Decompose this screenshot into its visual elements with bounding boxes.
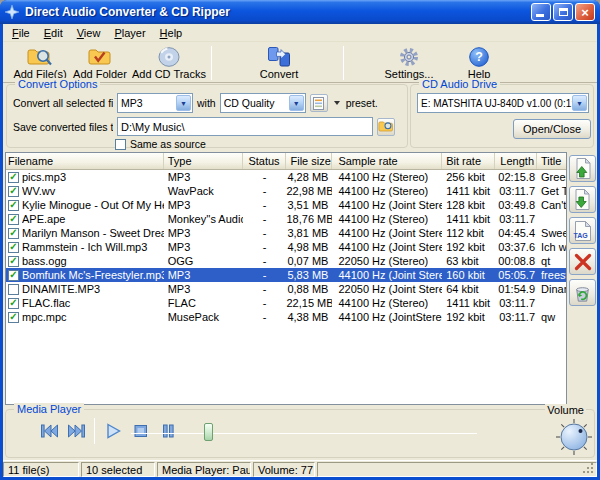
col-sample-rate[interactable]: Sample rate: [332, 153, 442, 169]
output-format-combo[interactable]: MP3 ▼: [117, 93, 193, 113]
table-row[interactable]: APE.ape Monkey''s Audio - 18,76 MB 44100…: [6, 212, 566, 226]
move-up-button[interactable]: [569, 155, 596, 182]
col-length[interactable]: Length: [495, 153, 537, 169]
menu-player[interactable]: Player: [107, 26, 152, 40]
resize-grip[interactable]: [582, 462, 595, 475]
close-button[interactable]: ×: [575, 3, 595, 21]
clear-list-button[interactable]: [569, 279, 596, 306]
type-cell: MP3: [164, 283, 243, 295]
table-row[interactable]: Bomfunk Mc's-Freestyler.mp3 MP3 - 5,83 M…: [6, 268, 566, 282]
tag-editor-button[interactable]: TAG: [569, 217, 596, 244]
sample-rate-cell: 44100 Hz (Joint Stereo): [332, 227, 442, 239]
convert-button[interactable]: Convert: [249, 45, 309, 81]
length-cell: 03:37.6: [495, 241, 537, 253]
file-checkbox[interactable]: [8, 214, 19, 225]
menu-help[interactable]: Help: [153, 26, 190, 40]
bit-rate-cell: 1411 kbit: [442, 297, 495, 309]
file-checkbox[interactable]: [8, 298, 19, 309]
table-row[interactable]: bass.ogg OGG - 0,07 MB 22050 Hz (Stereo)…: [6, 254, 566, 268]
maximize-button[interactable]: [553, 3, 573, 21]
preset-dropdown-caret-icon[interactable]: [334, 101, 340, 105]
add-cd-tracks-button[interactable]: Add CD Tracks: [129, 45, 209, 81]
minimize-button[interactable]: [531, 3, 551, 21]
volume-knob[interactable]: [555, 418, 593, 458]
save-path-input[interactable]: [117, 117, 373, 136]
preset-settings-button[interactable]: [310, 94, 328, 112]
cd-audio-drive-group: CD Audio Drive E: MATSHITA UJ-840D v1.00…: [410, 84, 594, 148]
table-row[interactable]: DINAMITE.MP3 MP3 - 0,88 MB 22050 Hz (Joi…: [6, 282, 566, 296]
table-row[interactable]: mpc.mpc MusePack - 4,38 MB 44100 Hz (Joi…: [6, 310, 566, 324]
convert-format-row: Convert all selected files to MP3 ▼ with…: [13, 93, 405, 113]
remove-button[interactable]: [569, 248, 596, 275]
col-bit-rate[interactable]: Bit rate: [442, 153, 495, 169]
browse-folder-button[interactable]: [377, 118, 395, 136]
cd-drive-combo[interactable]: E: MATSHITA UJ-840D v1.00 (0:1:0) ▼: [417, 93, 589, 113]
file-checkbox[interactable]: [8, 186, 19, 197]
length-cell: 01:54.9: [495, 283, 537, 295]
length-cell: 05:05.7: [495, 269, 537, 281]
table-row[interactable]: Kylie Minogue - Out Of My Head.mp3 MP3 -…: [6, 198, 566, 212]
title-cell: freest: [537, 269, 566, 281]
next-track-button[interactable]: [66, 422, 88, 440]
file-size-cell: 22,98 MB: [286, 185, 332, 197]
filename-cell: Marilyn Manson - Sweet Dreams.mp3: [6, 227, 164, 239]
file-checkbox[interactable]: [8, 172, 19, 183]
table-row[interactable]: pics.mp3 MP3 - 4,28 MB 44100 Hz (Stereo)…: [6, 170, 566, 184]
table-row[interactable]: Rammstein - Ich Will.mp3 MP3 - 4,98 MB 4…: [6, 240, 566, 254]
play-button[interactable]: [102, 422, 124, 440]
file-checkbox[interactable]: [8, 312, 19, 323]
filename-cell: WV.wv: [6, 185, 164, 197]
pause-button[interactable]: [157, 422, 179, 440]
length-cell: 03:11.7: [495, 213, 537, 225]
col-filename[interactable]: Filename: [6, 153, 164, 169]
preset-list-icon: [313, 97, 324, 110]
bit-rate-cell: 160 kbit: [442, 269, 495, 281]
add-folder-button[interactable]: Add Folder: [71, 45, 129, 81]
file-checkbox[interactable]: [8, 228, 19, 239]
quality-preset-value: CD Quality: [224, 97, 275, 109]
move-down-button[interactable]: [569, 186, 596, 213]
table-row[interactable]: WV.wv WavPack - 22,98 MB 44100 Hz (Stere…: [6, 184, 566, 198]
seek-slider-track[interactable]: [131, 433, 477, 434]
table-row[interactable]: FLAC.flac FLAC - 22,15 MB 44100 Hz (Ster…: [6, 296, 566, 310]
status-cell: -: [243, 241, 287, 253]
output-format-value: MP3: [121, 97, 143, 109]
previous-track-button[interactable]: [38, 422, 60, 440]
chevron-down-icon[interactable]: ▼: [176, 95, 191, 111]
col-title[interactable]: Title: [537, 153, 566, 169]
file-checkbox[interactable]: [8, 256, 19, 267]
title-bar[interactable]: Direct Audio Converter & CD Ripper ×: [0, 0, 600, 24]
skip-forward-icon: [67, 423, 87, 439]
file-checkbox[interactable]: [8, 270, 19, 281]
col-type[interactable]: Type: [164, 153, 243, 169]
filename-cell: mpc.mpc: [6, 311, 164, 323]
settings-button[interactable]: Settings...: [374, 45, 444, 81]
quality-preset-combo[interactable]: CD Quality ▼: [220, 93, 306, 113]
type-cell: MP3: [164, 171, 243, 183]
tag-page-icon: TAG: [572, 220, 594, 242]
seek-slider-thumb[interactable]: [204, 423, 213, 441]
file-checkbox[interactable]: [8, 284, 19, 295]
add-files-button[interactable]: Add File(s): [9, 45, 71, 81]
col-file-size[interactable]: File size: [286, 153, 332, 169]
chevron-down-icon[interactable]: ▼: [572, 95, 587, 111]
open-close-button[interactable]: Open/Close: [513, 119, 591, 139]
col-status[interactable]: Status: [243, 153, 287, 169]
chevron-down-icon[interactable]: ▼: [289, 95, 304, 111]
file-checkbox[interactable]: [8, 200, 19, 211]
menu-edit[interactable]: Edit: [37, 26, 70, 40]
help-button[interactable]: ? Help: [456, 45, 502, 81]
file-checkbox[interactable]: [8, 242, 19, 253]
play-icon: [104, 423, 122, 439]
type-cell: MusePack: [164, 311, 243, 323]
file-size-cell: 4,38 MB: [286, 311, 332, 323]
red-x-icon: [572, 251, 594, 273]
length-cell: 03:11.7: [495, 297, 537, 309]
table-row[interactable]: Marilyn Manson - Sweet Dreams.mp3 MP3 - …: [6, 226, 566, 240]
status-cell: -: [243, 227, 287, 239]
cd-audio-drive-title: CD Audio Drive: [419, 78, 500, 90]
menu-file[interactable]: File: [5, 26, 37, 40]
menu-view[interactable]: View: [70, 26, 108, 40]
stop-button[interactable]: [130, 422, 152, 440]
same-as-source-checkbox[interactable]: [115, 139, 126, 150]
